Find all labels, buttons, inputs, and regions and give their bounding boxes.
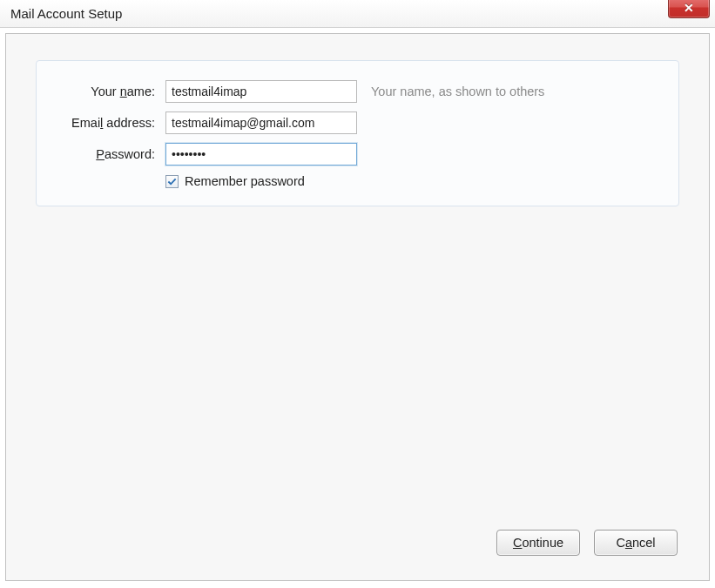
row-remember-password: Remember password	[165, 174, 659, 188]
row-email: Email address:	[56, 112, 659, 134]
button-row: Continue Cancel	[496, 530, 678, 556]
form-frame: Your name: Your name, as shown to others…	[36, 60, 679, 206]
window-title: Mail Account Setup	[10, 6, 122, 21]
your-name-field[interactable]	[165, 80, 357, 103]
remember-password-label: Remember password	[185, 174, 305, 188]
password-field[interactable]	[165, 143, 357, 166]
email-field[interactable]	[165, 112, 357, 134]
close-button[interactable]: ✕	[668, 0, 710, 18]
titlebar: Mail Account Setup ✕	[0, 0, 715, 28]
continue-button[interactable]: Continue	[496, 530, 580, 556]
label-email: Email address:	[56, 116, 165, 130]
your-name-hint: Your name, as shown to others	[371, 84, 544, 98]
label-your-name: Your name:	[56, 84, 165, 98]
content-panel: Your name: Your name, as shown to others…	[5, 33, 710, 581]
remember-password-checkbox[interactable]	[165, 175, 179, 188]
checkmark-icon	[167, 177, 177, 186]
row-password: Password:	[56, 143, 659, 166]
close-icon: ✕	[684, 2, 694, 14]
row-your-name: Your name: Your name, as shown to others	[56, 80, 659, 103]
label-password: Password:	[56, 147, 165, 161]
cancel-button[interactable]: Cancel	[594, 530, 678, 556]
